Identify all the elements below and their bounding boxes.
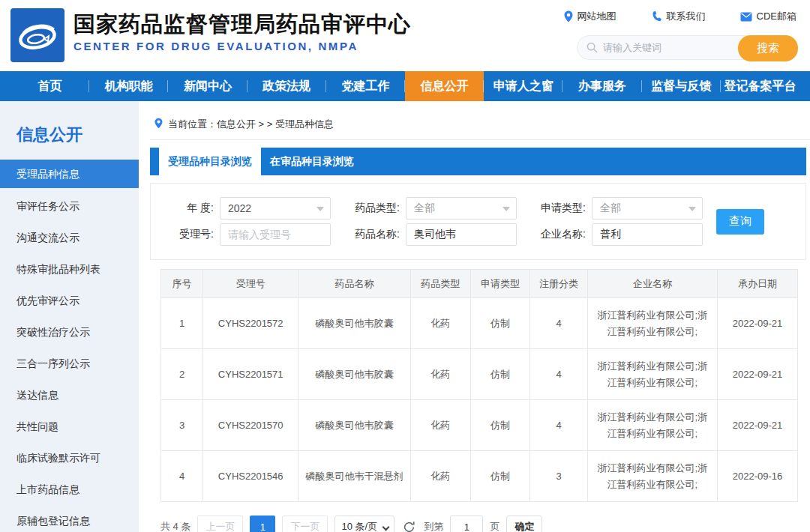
site-subtitle: CENTER FOR DRUG EVALUATION, NMPA: [74, 40, 411, 52]
acceptance-no-input[interactable]: [220, 223, 331, 246]
tab-bar: 受理品种目录浏览 在审品种目录浏览: [150, 148, 806, 175]
sidebar-item[interactable]: 突破性治疗公示: [0, 316, 139, 348]
drug-name-label: 药品名称:: [349, 228, 400, 241]
nav-item[interactable]: 新闻中心: [168, 71, 247, 101]
cell-acceptance-no: CYHS2201546: [203, 451, 298, 502]
cell-apply-type: 仿制: [470, 451, 530, 502]
cell-apply-type: 仿制: [470, 349, 530, 400]
company-name-input[interactable]: [592, 223, 703, 246]
cell-acceptance-no: CYHS2201571: [203, 349, 298, 400]
cde-mail-link[interactable]: CDE邮箱: [740, 10, 796, 23]
cell-apply-type: 仿制: [470, 298, 530, 349]
sidebar-item[interactable]: 临床试验默示许可: [0, 442, 139, 474]
site-title: 国家药品监督管理局药品审评中心: [74, 10, 411, 37]
breadcrumb-divider: [150, 139, 810, 140]
nav-item[interactable]: 首页: [10, 71, 89, 101]
nav-item[interactable]: 监督与反馈: [642, 71, 721, 101]
sitemap-link[interactable]: 网站地图: [564, 10, 616, 23]
apply-type-label: 申请类型:: [535, 202, 586, 215]
sidebar-item-label: 共性问题: [16, 420, 58, 432]
cell-reg-class: 4: [530, 349, 587, 400]
query-button[interactable]: 查询: [716, 209, 764, 235]
refresh-icon[interactable]: [403, 521, 416, 532]
title-block: 国家药品监督管理局药品审评中心 CENTER FOR DRUG EVALUATI…: [74, 10, 411, 52]
page-size-select[interactable]: 10 条/页: [334, 516, 394, 532]
cell-seq: 2: [161, 349, 203, 400]
total-count: 共 4 条: [160, 520, 190, 532]
cell-company: 浙江普利药业有限公司;浙江普利药业有限公司;: [587, 298, 717, 349]
cell-reg-class: 3: [530, 451, 587, 502]
cell-apply-type: 仿制: [470, 400, 530, 451]
site-header: 国家药品监督管理局药品审评中心 CENTER FOR DRUG EVALUATI…: [0, 0, 810, 71]
nav-item-label: 党建工作: [341, 79, 389, 94]
location-pin-icon: [154, 118, 163, 131]
sidebar-item[interactable]: 共性问题: [0, 411, 139, 442]
sidebar-item-label: 沟通交流公示: [16, 232, 80, 244]
sidebar-item[interactable]: 审评任务公示: [0, 190, 139, 222]
year-select-value: 2022: [228, 202, 251, 214]
cell-acceptance-no: CYHS2201572: [203, 298, 298, 349]
nav-item[interactable]: 政策法规: [248, 71, 326, 101]
tab-under-review-catalog[interactable]: 在审品种目录浏览: [261, 148, 363, 175]
nav-item-label: 政策法规: [262, 79, 310, 94]
breadcrumb: 当前位置：信息公开 > > 受理品种信息: [150, 101, 810, 131]
sidebar-item-label: 特殊审批品种列表: [16, 263, 100, 275]
header-seq: 序号: [161, 270, 203, 298]
nav-item[interactable]: 信息公开: [405, 71, 484, 101]
acceptance-no-label: 受理号:: [160, 228, 214, 241]
cell-seq: 3: [161, 400, 203, 451]
header-date: 承办日期: [717, 270, 797, 298]
nav-item[interactable]: 申请人之窗: [484, 71, 562, 101]
sidebar-item[interactable]: 特殊审批品种列表: [0, 253, 139, 285]
nav-item[interactable]: 党建工作: [326, 71, 405, 101]
search-bar: 搜索: [577, 35, 798, 60]
nav-item-label: 申请人之窗: [494, 79, 554, 94]
next-page-button[interactable]: 下一页: [282, 516, 328, 532]
chevron-down-icon: [688, 207, 696, 211]
chevron-down-icon: [382, 524, 390, 531]
table-header-row: 序号 受理号 药品名称 药品类型 申请类型 注册分类 企业名称 承办日期: [161, 270, 798, 298]
sidebar-item[interactable]: 优先审评公示: [0, 285, 139, 316]
drug-name-input[interactable]: [406, 223, 517, 246]
filter-row-2: 受理号: 药品名称: 企业名称:: [160, 223, 806, 246]
header-reg-class: 注册分类: [530, 270, 587, 298]
prev-page-button[interactable]: 上一页: [197, 516, 243, 532]
cell-date: 2022-09-21: [717, 349, 797, 400]
nav-item[interactable]: 机构职能: [89, 71, 168, 101]
sidebar-item[interactable]: 受理品种信息: [0, 160, 139, 188]
header-drug-type: 药品类型: [410, 270, 470, 298]
nav-item-label: 机构职能: [105, 79, 153, 94]
drug-type-select[interactable]: 全部: [406, 197, 517, 220]
sidebar: 信息公开 受理品种信息 审评任务公示 沟通交流公示 特殊审批品种列表: [0, 101, 139, 532]
sidebar-item[interactable]: 送达信息: [0, 379, 139, 411]
nav-item-label: 新闻中心: [184, 79, 232, 94]
header-apply-type: 申请类型: [470, 270, 530, 298]
cell-drug-name: 磷酸奥司他韦胶囊: [298, 400, 410, 451]
cell-date: 2022-09-16: [717, 451, 797, 502]
sidebar-item[interactable]: 沟通交流公示: [0, 222, 139, 253]
cell-seq: 4: [161, 451, 203, 502]
current-page-button[interactable]: 1: [250, 516, 275, 532]
search-button[interactable]: 搜索: [738, 35, 798, 61]
sidebar-item-label: 审评任务公示: [16, 200, 80, 212]
header-acceptance-no: 受理号: [203, 270, 298, 298]
page-unit-label: 页: [490, 520, 500, 532]
goto-page-input[interactable]: [450, 516, 483, 532]
tab-accepted-catalog[interactable]: 受理品种目录浏览: [159, 148, 261, 175]
nav-item-label: 信息公开: [421, 79, 469, 94]
sidebar-item[interactable]: 原辅包登记信息: [0, 505, 139, 532]
phone-icon: [651, 11, 662, 22]
year-select[interactable]: 2022: [220, 197, 331, 220]
sidebar-item-label: 临床试验默示许可: [16, 452, 100, 464]
nav-item-label: 登记备案平台: [724, 79, 796, 94]
sidebar-item[interactable]: 上市药品信息: [0, 474, 139, 505]
sidebar-item-label: 原辅包登记信息: [16, 515, 90, 527]
sidebar-item[interactable]: 三合一序列公示: [0, 348, 139, 379]
filter-panel: 年 度: 2022 药品类型: 全部 申请类型: 全部 受理号:: [150, 183, 806, 260]
nav-item[interactable]: 登记备案平台: [721, 71, 800, 101]
confirm-button[interactable]: 确定: [506, 516, 542, 532]
contact-us-link[interactable]: 联系我们: [651, 10, 706, 23]
search-icon: [586, 42, 598, 53]
nav-item[interactable]: 办事服务: [562, 71, 641, 101]
apply-type-select[interactable]: 全部: [592, 197, 703, 220]
